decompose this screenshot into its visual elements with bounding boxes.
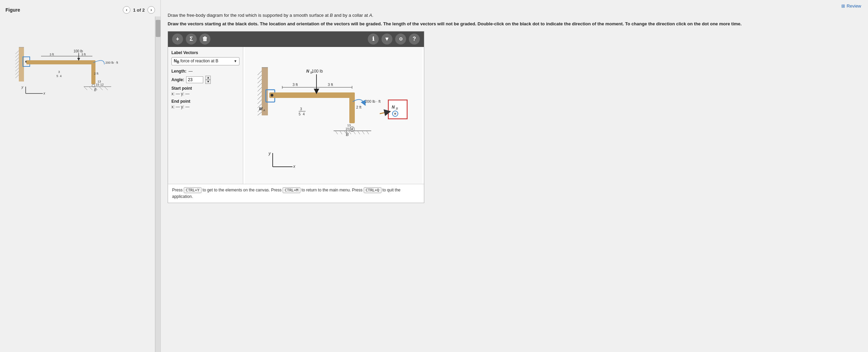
left-panel: Figure ‹ 1 of 2 ›	[0, 0, 161, 352]
angle-row: Angle: ▲ ▼	[171, 76, 239, 84]
svg-text:3 ft: 3 ft	[50, 53, 54, 56]
toolbar: + Σ 🗑 ℹ ▼ ⊙	[168, 32, 424, 47]
angle-stepper[interactable]: ▲ ▼	[205, 76, 211, 84]
svg-text:2 ft: 2 ft	[356, 105, 361, 109]
problem-line2: Draw the vectors starting at the black d…	[168, 21, 749, 28]
problem-text: Draw the free-body diagram for the rod w…	[168, 12, 749, 28]
status-bar: Press CTRL+Y to get to the elements on t…	[168, 184, 424, 203]
svg-text:13: 13	[347, 124, 351, 127]
angle-input[interactable]	[186, 76, 203, 83]
label-vectors-title: Label Vectors	[171, 50, 239, 55]
svg-text:x: x	[43, 91, 46, 95]
right-panel: Review Draw the free-body diagram for th…	[161, 0, 868, 352]
canvas-sidebar: Label Vectors NB force of reaction at B …	[168, 47, 243, 184]
dropdown-arrow: ▼	[234, 59, 237, 63]
svg-text:B: B	[396, 107, 398, 110]
expand-button[interactable]: ▼	[381, 34, 392, 45]
figure-nav: ‹ 1 of 2 ›	[123, 6, 155, 14]
angle-up-button[interactable]: ▲	[205, 76, 211, 80]
svg-text:3 ft: 3 ft	[328, 83, 333, 87]
ctrl-m-shortcut: CTRL+M	[283, 187, 300, 193]
svg-text:3 ft: 3 ft	[81, 53, 86, 56]
svg-rect-56	[269, 92, 355, 98]
angle-down-button[interactable]: ▼	[205, 80, 211, 84]
svg-line-9	[15, 75, 19, 78]
start-point-section: Start point x: — y: —	[171, 86, 239, 96]
svg-text:3 ft: 3 ft	[293, 83, 298, 87]
status-text: Press CTRL+Y to get to the elements on t…	[172, 188, 401, 199]
info-button[interactable]: ℹ	[368, 34, 379, 45]
start-point-coords: x: — y: —	[171, 91, 239, 96]
figure-page: 1 of 2	[133, 8, 145, 13]
svg-rect-58	[349, 92, 355, 123]
svg-text:3: 3	[300, 107, 302, 111]
svg-point-98	[394, 113, 396, 115]
svg-text:200 lb · ft: 200 lb · ft	[365, 99, 380, 103]
delete-button[interactable]: 🗑	[199, 34, 210, 45]
review-link[interactable]: Review	[841, 3, 861, 9]
figure-label: Figure	[5, 7, 20, 13]
svg-text:B: B	[94, 88, 96, 92]
svg-line-25	[89, 87, 92, 90]
svg-line-3	[15, 54, 19, 58]
canvas-body: Label Vectors NB force of reaction at B …	[168, 47, 424, 184]
zoom-button[interactable]: ⊙	[395, 34, 406, 45]
next-figure-button[interactable]: ›	[147, 6, 155, 14]
svg-text:A: A	[263, 109, 265, 112]
canvas-svg: N B 100 lb 3 ft 3 ft	[243, 47, 424, 184]
figure-image-area: A 100 lb 3 ft 3	[0, 16, 160, 99]
angle-label: Angle:	[171, 77, 184, 82]
svg-text:4: 4	[60, 74, 62, 78]
svg-text:12: 12	[100, 83, 104, 86]
start-point-label: Start point	[171, 86, 239, 91]
svg-text:2 ft: 2 ft	[94, 72, 99, 75]
svg-line-24	[84, 87, 87, 90]
svg-text:4: 4	[303, 112, 305, 116]
length-label: Length:	[171, 69, 186, 74]
svg-text:15: 15	[96, 83, 99, 86]
end-point-coords: x: — y: —	[171, 104, 239, 109]
svg-text:y: y	[268, 151, 271, 156]
vector-label: NB force of reaction at B	[174, 59, 218, 64]
canvas-panel: + Σ 🗑 ℹ ▼ ⊙	[168, 31, 424, 203]
vector-dropdown[interactable]: NB force of reaction at B ▼	[171, 57, 239, 65]
ctrl-y-shortcut: CTRL+Y	[184, 187, 202, 193]
ctrl-q-shortcut: CTRL+Q	[364, 187, 381, 193]
svg-rect-13	[26, 60, 95, 64]
svg-text:5: 5	[56, 74, 58, 78]
toolbar-left: + Σ 🗑	[172, 34, 210, 45]
svg-rect-42	[262, 67, 268, 115]
end-point-section: End point x: — y: —	[171, 99, 239, 109]
svg-line-27	[99, 87, 103, 90]
help-button[interactable]: ?	[409, 34, 420, 45]
sigma-button[interactable]: Σ	[186, 34, 197, 45]
svg-line-5	[15, 61, 19, 64]
svg-text:y: y	[21, 85, 24, 89]
svg-text:1: 1	[346, 130, 347, 133]
svg-line-4	[15, 58, 19, 61]
svg-line-2	[15, 51, 19, 54]
svg-text:3: 3	[58, 70, 60, 74]
svg-text:12: 12	[350, 127, 353, 130]
svg-text:M: M	[259, 106, 263, 111]
problem-line1: Draw the free-body diagram for the rod w…	[168, 12, 749, 19]
svg-point-57	[271, 94, 273, 97]
figure-svg: A 100 lb 3 ft 3	[15, 20, 145, 95]
svg-text:N: N	[392, 105, 395, 110]
svg-line-28	[104, 87, 108, 90]
length-value: —	[189, 69, 193, 74]
add-vector-button[interactable]: +	[172, 34, 183, 45]
svg-line-8	[15, 71, 19, 75]
canvas-draw-area[interactable]: N B 100 lb 3 ft 3 ft	[243, 47, 424, 184]
prev-figure-button[interactable]: ‹	[123, 6, 130, 14]
svg-text:200 lb · ft: 200 lb · ft	[105, 61, 118, 64]
length-row: Length: —	[171, 69, 239, 74]
scrollbar[interactable]	[155, 16, 160, 352]
end-point-label: End point	[171, 99, 239, 104]
figure-header: Figure ‹ 1 of 2 ›	[0, 3, 160, 16]
svg-line-7	[15, 68, 19, 71]
svg-text:x: x	[293, 164, 296, 169]
svg-text:N: N	[306, 69, 309, 74]
svg-text:5: 5	[299, 112, 301, 116]
toolbar-right: ℹ ▼ ⊙ ?	[368, 34, 420, 45]
